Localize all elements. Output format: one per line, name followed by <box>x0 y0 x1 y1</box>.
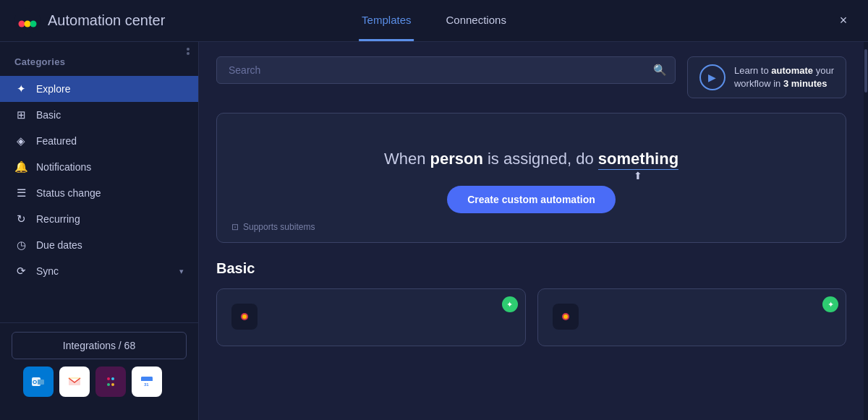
due-dates-icon: ◷ <box>14 239 27 252</box>
svg-point-19 <box>563 314 568 319</box>
sidebar-item-label-basic: Basic <box>36 109 61 121</box>
tab-connections[interactable]: Connections <box>443 1 509 41</box>
cursor-icon: ⬆ <box>634 170 642 181</box>
search-icon: 🔍 <box>653 64 667 77</box>
svg-rect-6 <box>38 380 44 385</box>
integrations-button[interactable]: Integrations / 68 <box>12 332 187 359</box>
learn-text: Learn to automate yourworkflow in 3 minu… <box>734 64 834 90</box>
basic-section-title: Basic <box>216 260 846 277</box>
sync-icon: ⟳ <box>14 265 27 278</box>
sidebar-item-label-due-dates: Due dates <box>36 239 82 251</box>
svg-point-1 <box>19 20 25 27</box>
svg-rect-14 <box>141 380 153 381</box>
sidebar-item-notifications[interactable]: 🔔 Notifications <box>0 154 198 180</box>
recurring-icon: ↻ <box>14 213 27 226</box>
svg-point-10 <box>111 383 114 386</box>
content-top-bar: 🔍 ▶ Learn to automate yourworkflow in 3 … <box>216 56 846 98</box>
sidebar-item-label-recurring: Recurring <box>36 213 80 225</box>
sidebar-item-status-change[interactable]: ☰ Status change <box>0 180 198 206</box>
sidebar-item-featured[interactable]: ◈ Featured <box>0 128 198 154</box>
sidebar-item-label-explore: Explore <box>36 83 70 95</box>
phrase-something: something <box>598 150 678 168</box>
basic-cards-row: ✦ ✦ <box>216 288 846 346</box>
sidebar-item-basic[interactable]: ⊞ Basic <box>0 102 198 128</box>
tab-templates[interactable]: Templates <box>359 1 414 41</box>
phrase-something-underlined: something ⬆ <box>598 150 678 168</box>
svg-text:31: 31 <box>144 382 149 387</box>
learn-bold-automate: automate <box>771 65 813 76</box>
svg-point-3 <box>30 20 37 27</box>
integration-icons-row: O <box>12 359 187 400</box>
sidebar-item-label-featured: Featured <box>36 135 77 147</box>
scroll-up-indicator[interactable] <box>187 48 190 55</box>
svg-point-7 <box>107 377 110 380</box>
sidebar-item-label-notifications: Notifications <box>36 161 91 173</box>
subitems-icon: ⊡ <box>231 222 239 232</box>
card-logo-2 <box>553 304 579 330</box>
basic-icon: ⊞ <box>14 108 27 121</box>
search-input[interactable] <box>216 56 676 84</box>
sidebar-item-label-status: Status change <box>36 187 101 199</box>
close-button[interactable]: × <box>833 11 854 31</box>
status-change-icon: ☰ <box>14 187 27 200</box>
card-logo-1 <box>231 304 258 330</box>
notifications-icon: 🔔 <box>14 160 27 173</box>
sidebar-item-label-sync: Sync <box>36 265 59 277</box>
scroll-dot-1 <box>187 48 190 51</box>
featured-icon: ◈ <box>14 134 27 147</box>
automation-card-2[interactable]: ✦ <box>537 288 847 346</box>
logo-area: Automation center <box>14 8 217 34</box>
sidebar-item-recurring[interactable]: ↻ Recurring <box>0 206 198 232</box>
sidebar-item-sync[interactable]: ⟳ Sync ▾ <box>0 258 198 284</box>
play-icon: ▶ <box>699 64 726 90</box>
svg-point-17 <box>242 314 247 319</box>
supports-subitems-label: ⊡ Supports subitems <box>231 222 315 232</box>
scroll-dot-2 <box>187 52 190 55</box>
gmail-icon[interactable] <box>59 367 90 397</box>
search-bar: 🔍 <box>216 56 676 84</box>
title-bold: Automation <box>48 12 121 28</box>
ai-badge-2: ✦ <box>822 296 838 312</box>
subitems-text: Supports subitems <box>243 222 315 232</box>
ai-badge-1: ✦ <box>502 296 518 312</box>
header-tabs: Templates Connections <box>359 1 509 41</box>
sidebar-bottom: Integrations / 68 O <box>0 322 198 408</box>
right-scrollbar <box>864 42 868 420</box>
calendar-icon[interactable]: 31 <box>132 367 162 397</box>
svg-point-8 <box>111 377 114 380</box>
header: Automation center Templates Connections … <box>0 0 868 42</box>
title-suffix: center <box>121 12 165 28</box>
slack-icon[interactable] <box>95 367 126 397</box>
outlook-icon[interactable]: O <box>23 367 54 397</box>
sidebar-item-due-dates[interactable]: ◷ Due dates <box>0 232 198 258</box>
chevron-down-icon: ▾ <box>179 267 184 276</box>
sidebar-item-explore[interactable]: ✦ Explore <box>0 76 198 102</box>
custom-automation-card: When person is assigned, do something ⬆ … <box>216 113 846 243</box>
content-area: 🔍 ▶ Learn to automate yourworkflow in 3 … <box>199 42 864 420</box>
scrollbar-thumb[interactable] <box>864 49 867 93</box>
main-layout: Categories ✦ Explore ⊞ Basic ◈ Featured … <box>0 42 868 420</box>
explore-icon: ✦ <box>14 82 27 95</box>
monday-logo <box>14 8 41 34</box>
sidebar: Categories ✦ Explore ⊞ Basic ◈ Featured … <box>0 42 199 420</box>
learn-bold-minutes: 3 minutes <box>783 78 827 89</box>
create-custom-automation-button[interactable]: Create custom automation <box>447 186 616 213</box>
app-title: Automation center <box>48 12 165 29</box>
categories-label: Categories <box>0 53 198 76</box>
automation-card-1[interactable]: ✦ <box>216 288 526 346</box>
phrase-person: person <box>430 150 483 168</box>
automation-phrase: When person is assigned, do something ⬆ <box>384 150 678 168</box>
learn-widget[interactable]: ▶ Learn to automate yourworkflow in 3 mi… <box>687 56 846 98</box>
svg-point-2 <box>25 20 31 27</box>
svg-text:O: O <box>33 379 37 385</box>
svg-point-9 <box>107 383 110 386</box>
